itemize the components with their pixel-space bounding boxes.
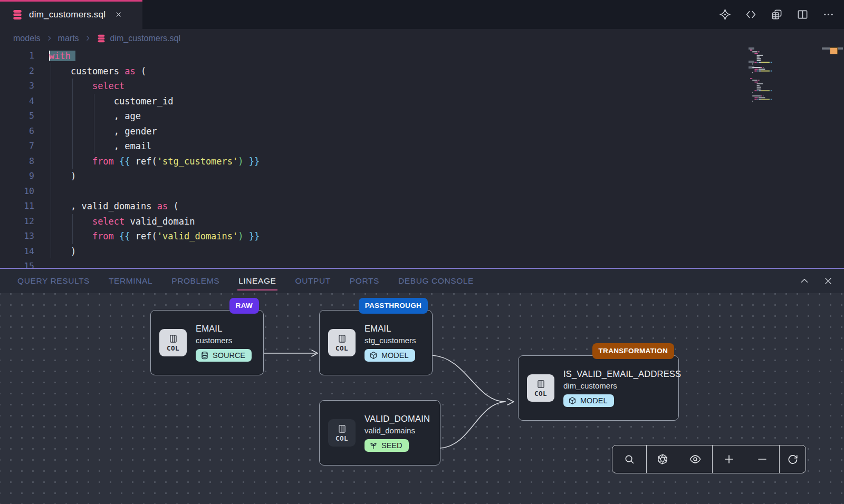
code-text: select bbox=[49, 79, 124, 94]
breadcrumb-item-marts[interactable]: marts bbox=[58, 34, 79, 43]
chevron-right-icon bbox=[45, 34, 53, 42]
code-line[interactable]: 14 ) bbox=[0, 244, 738, 259]
chevron-right-icon bbox=[84, 34, 92, 42]
column-icon: COL bbox=[159, 329, 187, 356]
code-line[interactable]: 2 customers as ( bbox=[0, 64, 738, 79]
lineage-node-stg_customers[interactable]: PASSTHROUGHCOLEMAILstg_customersMODEL bbox=[319, 310, 433, 375]
seedling-icon bbox=[369, 441, 378, 450]
line-number: 12 bbox=[0, 214, 34, 229]
node-tag-passthrough: PASSTHROUGH bbox=[359, 298, 428, 314]
code-line[interactable]: 8 from {{ ref('stg_customers') }} bbox=[0, 154, 738, 169]
more-actions-button[interactable] bbox=[822, 8, 835, 21]
badge-label: MODEL bbox=[580, 396, 608, 405]
code-text: from {{ ref('stg_customers') }} bbox=[49, 154, 260, 169]
panel-tab-lineage[interactable]: LINEAGE bbox=[238, 276, 276, 286]
column-icon: COL bbox=[527, 374, 554, 402]
cube-icon bbox=[369, 351, 378, 360]
code-line[interactable]: 11 , valid_domains as ( bbox=[0, 199, 738, 214]
preview-query-results-button[interactable] bbox=[770, 8, 783, 21]
code-text: from {{ ref('valid_domains') }} bbox=[49, 229, 260, 244]
db-small-icon bbox=[200, 351, 209, 360]
panel-tab-terminal[interactable]: TERMINAL bbox=[109, 276, 152, 286]
refresh-button[interactable] bbox=[779, 445, 805, 473]
col-icon bbox=[337, 424, 347, 434]
dbt-power-user-button[interactable] bbox=[718, 8, 731, 21]
line-number: 5 bbox=[0, 109, 34, 124]
code-line[interactable]: 4 customer_id bbox=[0, 94, 738, 109]
materialization-badge-model: MODEL bbox=[365, 349, 415, 362]
bottom-panel: QUERY RESULTSTERMINALPROBLEMSLINEAGEOUTP… bbox=[0, 268, 844, 504]
zoom-out-icon bbox=[756, 453, 768, 465]
line-number: 3 bbox=[0, 79, 34, 94]
database-icon bbox=[12, 9, 23, 21]
tab-title: dim_customers.sql bbox=[29, 9, 106, 20]
minimap[interactable] bbox=[749, 47, 807, 121]
breadcrumb: modelsmartsdim_customers.sql bbox=[0, 29, 844, 47]
code-line[interactable]: 12 select valid_domain bbox=[0, 214, 738, 229]
column-icon-label: COL bbox=[335, 434, 348, 442]
panel-tabs: QUERY RESULTSTERMINALPROBLEMSLINEAGEOUTP… bbox=[17, 276, 474, 286]
breadcrumb-item-dim-customers-sql[interactable]: dim_customers.sql bbox=[97, 34, 180, 43]
text-cursor bbox=[49, 51, 50, 61]
split-editor-button[interactable] bbox=[796, 8, 809, 21]
zoom-in-icon bbox=[723, 453, 735, 465]
column-icon: COL bbox=[328, 329, 356, 356]
line-number: 10 bbox=[0, 184, 34, 199]
code-line[interactable]: 7 , email bbox=[0, 139, 738, 154]
code-line[interactable]: 5 , age bbox=[0, 109, 738, 124]
code-editor[interactable]: 1with2 customers as (3 select4 customer_… bbox=[0, 47, 844, 268]
code-line[interactable]: 3 select bbox=[0, 79, 738, 94]
editor-actions bbox=[718, 0, 835, 29]
code-text: customers as ( bbox=[49, 64, 146, 79]
panel-tab-problems[interactable]: PROBLEMS bbox=[171, 276, 219, 286]
dbt-icon bbox=[719, 8, 731, 21]
breadcrumb-label: dim_customers.sql bbox=[110, 34, 180, 43]
scrollbar[interactable] bbox=[822, 47, 844, 268]
code-text: select valid_domain bbox=[49, 214, 195, 229]
search-button[interactable] bbox=[612, 445, 646, 473]
lineage-canvas[interactable]: RAWCOLEMAILcustomersSOURCEPASSTHROUGHCOL… bbox=[0, 293, 844, 504]
aperture-icon bbox=[657, 453, 668, 465]
lineage-node-dim_customers[interactable]: TRANSFORMATIONCOLIS_VALID_EMAIL_ADDRESSd… bbox=[518, 355, 679, 421]
code-line[interactable]: 10 bbox=[0, 184, 738, 199]
column-name: EMAIL bbox=[196, 324, 252, 334]
column-icon: COL bbox=[328, 419, 356, 447]
column-icon-label: COL bbox=[335, 344, 348, 352]
code-line[interactable]: 9 ) bbox=[0, 169, 738, 184]
collapse-panel-button[interactable] bbox=[799, 276, 810, 287]
open-inline-code-button[interactable] bbox=[744, 8, 757, 21]
column-icon-label: COL bbox=[534, 390, 547, 398]
close-tab-icon[interactable] bbox=[114, 11, 122, 19]
materialization-badge-model: MODEL bbox=[563, 394, 614, 407]
breadcrumb-label: marts bbox=[58, 34, 79, 43]
eye-button[interactable] bbox=[678, 445, 712, 473]
editor-tab-bar: dim_customers.sql bbox=[0, 0, 844, 29]
panel-tab-ports[interactable]: PORTS bbox=[350, 276, 379, 286]
line-number: 1 bbox=[0, 49, 34, 64]
code-lines: 1with2 customers as (3 select4 customer_… bbox=[0, 49, 738, 268]
panel-actions bbox=[799, 269, 833, 293]
panel-tab-output[interactable]: OUTPUT bbox=[295, 276, 331, 286]
copy-table-icon bbox=[771, 8, 783, 21]
lineage-node-valid_domains[interactable]: COLVALID_DOMAINvalid_domainsSEED bbox=[319, 400, 440, 466]
code-line[interactable]: 15 bbox=[0, 259, 738, 268]
panel-tab-query-results[interactable]: QUERY RESULTS bbox=[17, 276, 90, 286]
column-name: IS_VALID_EMAIL_ADDRESS bbox=[563, 369, 681, 379]
code-line[interactable]: 1with bbox=[0, 49, 738, 64]
line-number: 13 bbox=[0, 229, 34, 244]
line-number: 8 bbox=[0, 154, 34, 169]
code-text: with bbox=[49, 49, 75, 64]
code-line[interactable]: 13 from {{ ref('valid_domains') }} bbox=[0, 229, 738, 244]
close-panel-button[interactable] bbox=[822, 276, 833, 287]
zoom-out-button[interactable] bbox=[746, 445, 780, 473]
tab-dim-customers-sql[interactable]: dim_customers.sql bbox=[0, 0, 142, 29]
code-text: , valid_domains as ( bbox=[49, 199, 179, 214]
panel-tab-debug-console[interactable]: DEBUG CONSOLE bbox=[398, 276, 474, 286]
line-number: 11 bbox=[0, 199, 34, 214]
aperture-button[interactable] bbox=[646, 445, 679, 473]
lineage-node-customers[interactable]: RAWCOLEMAILcustomersSOURCE bbox=[150, 310, 264, 375]
breadcrumb-item-models[interactable]: models bbox=[13, 34, 41, 43]
code-text: , email bbox=[49, 139, 151, 154]
zoom-in-button[interactable] bbox=[712, 445, 746, 473]
code-line[interactable]: 6 , gender bbox=[0, 124, 738, 139]
